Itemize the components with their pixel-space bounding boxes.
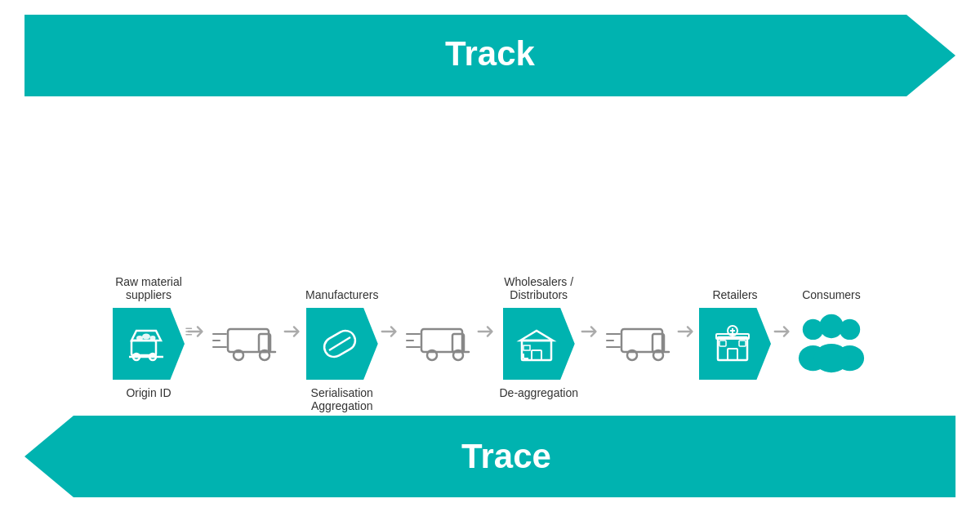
svg-point-5: [136, 336, 143, 341]
raw-material-label-bottom: Origin ID: [126, 386, 171, 416]
svg-rect-38: [621, 329, 662, 352]
supply-chain-diagram: Track Raw materialsuppliers: [0, 0, 980, 512]
arrow-1: [185, 319, 209, 344]
svg-point-56: [813, 344, 849, 372]
chain-item-transport1: [209, 272, 281, 416]
svg-marker-30: [520, 331, 553, 341]
manufacturers-label-bottom: SerialisationAggregation: [311, 386, 373, 416]
trace-label: Trace: [461, 437, 551, 476]
retailers-label-top: Retailers: [712, 272, 757, 301]
consumers-label-top: Consumers: [802, 272, 861, 301]
warehouse-icon: [503, 308, 575, 380]
middle-section: Raw materialsuppliers: [24, 105, 956, 416]
mining-cart-icon: [113, 308, 185, 380]
arrow-6: [675, 319, 699, 344]
truck3-icon: [603, 308, 675, 380]
svg-point-6: [142, 334, 150, 340]
track-arrow: Track: [24, 15, 956, 96]
chain-item-consumers: Consumers: [795, 272, 867, 416]
chain-item-wholesalers: Wholesalers /Distributors: [499, 272, 578, 416]
chain-item-manufacturers: Manufacturers SerialisationAggregation: [305, 272, 378, 416]
consumers-icon: [795, 308, 867, 380]
raw-material-label-top: Raw materialsuppliers: [115, 272, 182, 301]
chain-item-transport3: [603, 272, 675, 416]
svg-rect-24: [421, 329, 462, 352]
trace-arrow: Trace: [24, 416, 956, 497]
svg-point-7: [150, 336, 156, 341]
truck1-icon: [209, 308, 281, 380]
pharmacy-icon: [699, 308, 771, 380]
svg-rect-48: [728, 349, 737, 360]
svg-point-55: [819, 314, 843, 338]
chain-item-retailers: Retailers: [699, 272, 771, 416]
chain-item-transport2: [403, 272, 474, 416]
track-label: Track: [445, 34, 535, 73]
arrow-3: [378, 319, 403, 344]
wholesalers-label-bottom: De-aggregation: [499, 386, 578, 416]
manufacturers-label-top: Manufacturers: [305, 272, 378, 301]
svg-rect-14: [228, 329, 269, 352]
svg-rect-31: [532, 350, 541, 360]
truck2-icon: [403, 308, 474, 380]
arrow-4: [474, 319, 499, 344]
supply-chain: Raw materialsuppliers: [41, 272, 939, 416]
svg-rect-50: [739, 341, 746, 346]
arrow-2: [281, 319, 305, 344]
pill-icon: [306, 308, 378, 380]
svg-rect-32: [523, 345, 530, 350]
svg-rect-49: [719, 341, 726, 346]
arrow-5: [578, 319, 603, 344]
wholesalers-label-top: Wholesalers /Distributors: [504, 272, 573, 301]
chain-item-raw-material: Raw materialsuppliers: [113, 272, 185, 416]
arrow-7: [771, 319, 795, 344]
svg-line-20: [329, 337, 350, 350]
